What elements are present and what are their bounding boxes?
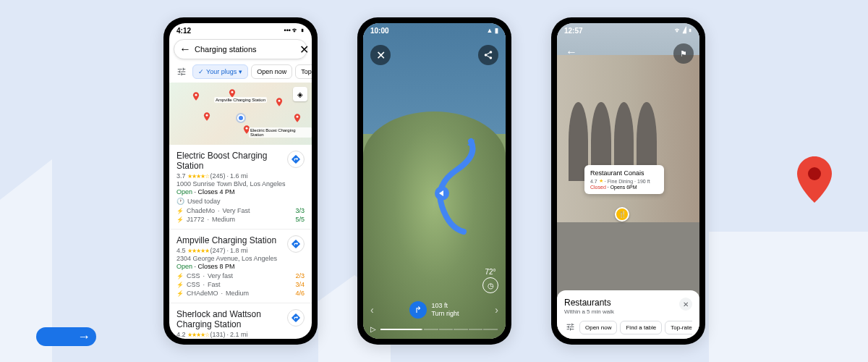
progress-bar[interactable]: ▷	[370, 325, 498, 333]
plug-row: ⚡CSS · Very fast2/3	[176, 272, 305, 279]
map-pin-label: Electric Boost Charging Station	[249, 127, 312, 138]
search-bar[interactable]: ← ✕ 🎤	[174, 39, 307, 59]
status-icons: ••• ᯤ ▮	[284, 27, 305, 34]
chip-open-now[interactable]: Open now	[251, 64, 292, 79]
used-today: 🕐Used today	[176, 198, 305, 205]
status-bar: 4:12 ••• ᯤ ▮	[169, 23, 312, 38]
nav-instruction-bar: ‹ ↱ 103 ft Turn right ›	[363, 301, 506, 319]
layers-icon[interactable]: ◈	[293, 87, 307, 101]
chip-top-rated[interactable]: Top rated	[295, 64, 312, 79]
bolt-icon: ⚡	[176, 282, 184, 288]
sheet-close-button[interactable]: ✕	[679, 298, 692, 311]
phone-lens-ar: 12:57 ᯤ ◢ ▮ ← ⚑ Restaurant Conais 4.7★ ·…	[551, 17, 705, 345]
back-icon[interactable]: ←	[180, 44, 190, 54]
route-path	[427, 134, 485, 235]
status-icons: ᯤ ◢ ▮	[675, 27, 692, 34]
status-bar: 12:57 ᯤ ◢ ▮	[557, 23, 699, 38]
play-icon[interactable]: ▷	[370, 325, 376, 333]
map-view[interactable]: ◈ Ampville Charging Station Electric Boo…	[169, 83, 312, 145]
plug-row: ⚡ChadeMo · Very Fast3/3	[176, 207, 305, 214]
nav-distance: 103 ft	[431, 302, 459, 310]
svg-point-1	[195, 94, 197, 96]
status-time: 4:12	[176, 27, 191, 35]
directions-button[interactable]	[287, 309, 305, 327]
current-location-dot	[237, 114, 244, 122]
bottom-sheet[interactable]: Restaurants Within a 5 min walk ✕ Open n…	[557, 290, 699, 339]
search-input[interactable]	[195, 45, 294, 54]
plug-row: ⚡CHAdeMO · Medium4/6	[176, 290, 305, 297]
decorative-pin	[797, 156, 832, 203]
chip-top-rated[interactable]: Top-rated	[665, 321, 692, 334]
clock-icon: 🕐	[176, 198, 184, 205]
plug-row: ⚡J1772 · Medium5/5	[176, 216, 305, 223]
phone-maps-search: 4:12 ••• ᯤ ▮ ← ✕ 🎤 ✓ Your plugs ▾ Open n…	[163, 17, 318, 345]
bolt-icon: ⚡	[176, 290, 184, 297]
place-name: Restaurant Conais	[590, 169, 658, 177]
phone-immersive-view: 10:00 ▲ ▮ ✕ 72° ◷ ‹ ↱ 103 ft Turn right …	[357, 17, 511, 345]
result-title: Sherlock and Wattson Charging Station	[176, 309, 305, 329]
decorative-arrow	[36, 327, 96, 346]
directions-button[interactable]	[287, 151, 305, 168]
result-item[interactable]: Electric Boost Charging Station 3.7 ★★★★…	[169, 145, 312, 230]
result-rating-row: 3.7 ★★★★☆ (245) · 1.6 mi	[176, 172, 305, 180]
chip-your-plugs[interactable]: ✓ Your plugs ▾	[192, 64, 248, 79]
svg-point-6	[246, 127, 248, 130]
back-button[interactable]: ←	[563, 43, 580, 61]
clock-icon: ◷	[482, 277, 498, 293]
clear-icon[interactable]: ✕	[299, 44, 309, 54]
sheet-chip-row: Open now Find a table Top-rated More	[564, 321, 692, 334]
tune-icon[interactable]	[564, 322, 576, 333]
report-button[interactable]: ⚑	[673, 43, 694, 64]
prev-step-button[interactable]: ‹	[370, 304, 374, 316]
next-step-button[interactable]: ›	[495, 304, 498, 316]
result-title: Ampville Charging Station	[176, 235, 305, 245]
svg-point-3	[206, 114, 208, 117]
close-button[interactable]: ✕	[370, 45, 391, 65]
result-rating-row: 4.5 ★★★★★ (247) · 1.8 mi	[176, 247, 305, 254]
svg-point-5	[297, 116, 299, 118]
filter-chip-row: ✓ Your plugs ▾ Open now Top rated	[169, 61, 312, 83]
result-title: Electric Boost Charging Station	[176, 151, 305, 171]
weather-widget[interactable]: 72° ◷	[482, 268, 498, 293]
result-hours: Open · Closes 4 PM	[176, 188, 305, 195]
results-list[interactable]: Electric Boost Charging Station 3.7 ★★★★…	[169, 145, 312, 339]
nav-instruction: Turn right	[431, 310, 459, 318]
result-rating-row: 4.2 ★★★★☆ (131) · 2.1 mi	[176, 331, 305, 338]
svg-point-4	[278, 100, 281, 102]
restaurant-pin-icon[interactable]: 🍴	[615, 207, 629, 222]
sheet-subtitle: Within a 5 min walk	[564, 308, 614, 315]
map-pin-label: Ampville Charging Station	[214, 97, 267, 103]
svg-point-0	[808, 167, 821, 180]
status-icons: ▲ ▮	[487, 27, 498, 34]
place-info-card[interactable]: Restaurant Conais 4.7★ · Fine Dining · 1…	[584, 165, 664, 194]
result-item[interactable]: Sherlock and Wattson Charging Station 4.…	[169, 303, 312, 339]
result-address: 1000 Sunrise Town Blvd, Los Angeles	[176, 180, 305, 188]
status-time: 12:57	[564, 27, 583, 35]
result-hours: Open · Closes 8 PM	[176, 263, 305, 270]
svg-point-2	[231, 91, 234, 93]
chip-open-now[interactable]: Open now	[579, 321, 617, 334]
chip-find-table[interactable]: Find a table	[620, 321, 662, 334]
turn-right-icon: ↱	[409, 301, 427, 319]
place-meta: 4.7★ · Fine Dining · 190 ft	[590, 178, 658, 184]
status-bar: 10:00 ▲ ▮	[363, 23, 506, 38]
plug-row: ⚡CSS · Fast3/4	[176, 281, 305, 288]
result-address: 2304 George Avenue, Los Angeles	[176, 255, 305, 262]
place-hours: Closed · Opens 6PM	[590, 185, 658, 190]
result-item[interactable]: Ampville Charging Station 4.5 ★★★★★ (247…	[169, 230, 312, 303]
sheet-title: Restaurants	[564, 298, 614, 308]
bolt-icon: ⚡	[176, 273, 184, 279]
directions-button[interactable]	[287, 235, 305, 253]
bolt-icon: ⚡	[176, 208, 184, 214]
bolt-icon: ⚡	[176, 216, 184, 223]
tune-icon[interactable]	[174, 64, 190, 80]
status-time: 10:00	[370, 27, 389, 35]
share-button[interactable]	[478, 45, 498, 65]
